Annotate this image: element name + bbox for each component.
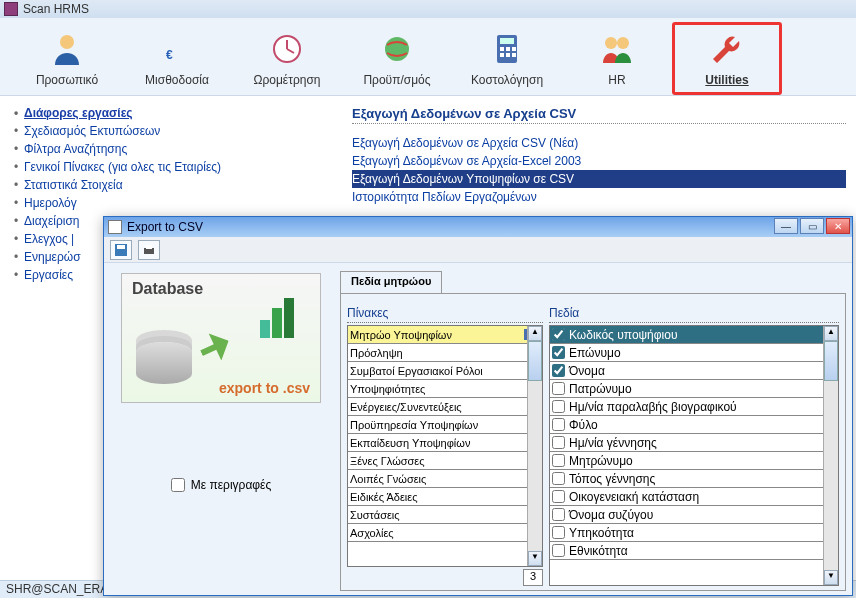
table-row[interactable]: Συμβατοί Εργασιακοί Ρόλοι	[348, 362, 542, 380]
svg-rect-17	[146, 245, 152, 249]
field-checkbox[interactable]	[552, 400, 565, 413]
field-row[interactable]: Ημ/νία γέννησης	[550, 434, 838, 452]
table-row[interactable]: Πρόσληψη	[348, 344, 542, 362]
table-row[interactable]: Υποψηφιότητες	[348, 380, 542, 398]
field-checkbox[interactable]	[552, 364, 565, 377]
svg-point-12	[605, 37, 617, 49]
app-titlebar: Scan HRMS	[0, 0, 856, 18]
svg-text:€: €	[166, 48, 173, 62]
field-checkbox[interactable]	[552, 472, 565, 485]
toolbar-utilities[interactable]: Utilities	[672, 22, 782, 95]
table-row[interactable]: Ασχολίες	[348, 524, 542, 542]
field-history[interactable]: Ιστορικότητα Πεδίων Εργαζομένων	[352, 188, 846, 206]
svg-rect-6	[500, 47, 504, 51]
field-checkbox[interactable]	[552, 382, 565, 395]
dialog-toolbar	[104, 237, 852, 263]
export-csv-new[interactable]: Εξαγωγή Δεδομένων σε Αρχεία CSV (Νέα)	[352, 134, 846, 152]
toolbar-personnel[interactable]: Προσωπικό	[12, 22, 122, 95]
table-row[interactable]: Ξένες Γλώσσες	[348, 452, 542, 470]
field-row[interactable]: Υπηκοότητα	[550, 524, 838, 542]
field-row[interactable]: Επώνυμο	[550, 344, 838, 362]
right-panel: Εξαγωγή Δεδομένων σε Αρχεία CSV Εξαγωγή …	[352, 104, 846, 206]
svg-rect-7	[506, 47, 510, 51]
fields-heading: Πεδία	[549, 304, 839, 323]
export-candidates-csv[interactable]: Εξαγωγή Δεδομένων Υποψηφίων σε CSV	[352, 170, 846, 188]
toolbar-timekeeping[interactable]: Ωρομέτρηση	[232, 22, 342, 95]
field-checkbox[interactable]	[552, 526, 565, 539]
status-db: SHR@SCAN_ERA	[6, 582, 108, 597]
svg-point-0	[60, 35, 74, 49]
sidebar-item-print-design[interactable]: Σχεδιασμός Εκτυπώσεων	[14, 122, 334, 140]
app-icon	[4, 2, 18, 16]
fields-listbox[interactable]: Κωδικός υποψήφιουΕπώνυμοΌνομαΠατρώνυμοΗμ…	[549, 325, 839, 586]
dialog-main-panel: Πεδία μητρώου Πίνακες Μητρώο Υποψηφίων3Π…	[338, 263, 852, 595]
sidebar-item-general-tables[interactable]: Γενικοί Πίνακες (για ολες τις Εταιρίες)	[14, 158, 334, 176]
toolbar-payroll[interactable]: € Μισθοδοσία	[122, 22, 232, 95]
table-row[interactable]: Εκπαίδευση Υποψηφίων	[348, 434, 542, 452]
tables-listbox[interactable]: Μητρώο Υποψηφίων3ΠρόσληψηΣυμβατοί Εργασι…	[347, 325, 543, 567]
app-title: Scan HRMS	[23, 2, 89, 16]
dialog-title: Export to CSV	[127, 220, 203, 234]
export-csv-dialog: Export to CSV — ▭ ✕ Database export to .…	[103, 216, 853, 596]
clock-icon	[269, 31, 305, 67]
sidebar-item-misc-tasks[interactable]: Διάφορες εργασίες	[14, 104, 334, 122]
export-excel-2003[interactable]: Εξαγωγή Δεδομένων σε Αρχεία-Excel 2003	[352, 152, 846, 170]
sidebar-item-search-filters[interactable]: Φίλτρα Αναζήτησης	[14, 140, 334, 158]
field-row[interactable]: Όνομα συζύγου	[550, 506, 838, 524]
wrench-icon	[709, 31, 745, 67]
svg-rect-10	[506, 53, 510, 57]
fields-scrollbar[interactable]: ▲▼	[823, 326, 838, 585]
table-row[interactable]: Ειδικές Άδειες	[348, 488, 542, 506]
dialog-titlebar[interactable]: Export to CSV — ▭ ✕	[104, 217, 852, 237]
sidebar-item-calendar[interactable]: Ημερολόγ	[14, 194, 334, 212]
tables-scrollbar[interactable]: ▲▼	[527, 326, 542, 566]
svg-rect-5	[500, 38, 514, 44]
dialog-left-panel: Database export to .csv Με περιγραφές	[104, 263, 338, 595]
svg-rect-15	[117, 245, 125, 249]
table-row[interactable]: Μητρώο Υποψηφίων3	[348, 326, 542, 344]
toolbar-budget[interactable]: Προϋπ/σμός	[342, 22, 452, 95]
with-descriptions-checkbox[interactable]	[171, 478, 185, 492]
table-row[interactable]: Λοιπές Γνώσεις	[348, 470, 542, 488]
svg-point-13	[617, 37, 629, 49]
field-checkbox[interactable]	[552, 508, 565, 521]
calculator-icon	[489, 31, 525, 67]
field-checkbox[interactable]	[552, 328, 565, 341]
globe-icon	[379, 31, 415, 67]
field-checkbox[interactable]	[552, 436, 565, 449]
panel-heading: Εξαγωγή Δεδομένων σε Αρχεία CSV	[352, 104, 846, 124]
field-checkbox[interactable]	[552, 346, 565, 359]
tab-registry-fields[interactable]: Πεδία μητρώου	[340, 271, 442, 293]
toolbar-costing[interactable]: Κοστολόγηση	[452, 22, 562, 95]
tables-count: 3	[523, 569, 543, 586]
field-row[interactable]: Εθνικότητα	[550, 542, 838, 560]
print-tool-button[interactable]	[138, 240, 160, 260]
field-row[interactable]: Μητρώνυμο	[550, 452, 838, 470]
svg-point-3	[385, 37, 409, 61]
svg-rect-11	[512, 53, 516, 57]
table-row[interactable]: Ενέργειες/Συνεντεύξεις	[348, 398, 542, 416]
table-row[interactable]: Συστάσεις	[348, 506, 542, 524]
field-row[interactable]: Πατρώνυμο	[550, 380, 838, 398]
sidebar-item-stats[interactable]: Στατιστικά Στοιχεία	[14, 176, 334, 194]
field-checkbox[interactable]	[552, 490, 565, 503]
svg-rect-8	[512, 47, 516, 51]
save-tool-button[interactable]	[110, 240, 132, 260]
field-row[interactable]: Ημ/νία παραλαβής βιογραφικού	[550, 398, 838, 416]
maximize-button[interactable]: ▭	[800, 218, 824, 234]
field-row[interactable]: Φύλο	[550, 416, 838, 434]
minimize-button[interactable]: —	[774, 218, 798, 234]
svg-rect-9	[500, 53, 504, 57]
tables-heading: Πίνακες	[347, 304, 543, 323]
close-button[interactable]: ✕	[826, 218, 850, 234]
table-row[interactable]: Προϋπηρεσία Υποψηφίων	[348, 416, 542, 434]
field-row[interactable]: Οικογενειακή κατάσταση	[550, 488, 838, 506]
field-row[interactable]: Τόπος γέννησης	[550, 470, 838, 488]
field-checkbox[interactable]	[552, 454, 565, 467]
field-row[interactable]: Κωδικός υποψήφιου	[550, 326, 838, 344]
field-row[interactable]: Όνομα	[550, 362, 838, 380]
field-checkbox[interactable]	[552, 544, 565, 557]
dialog-icon	[108, 220, 122, 234]
field-checkbox[interactable]	[552, 418, 565, 431]
toolbar-hr[interactable]: HR	[562, 22, 672, 95]
